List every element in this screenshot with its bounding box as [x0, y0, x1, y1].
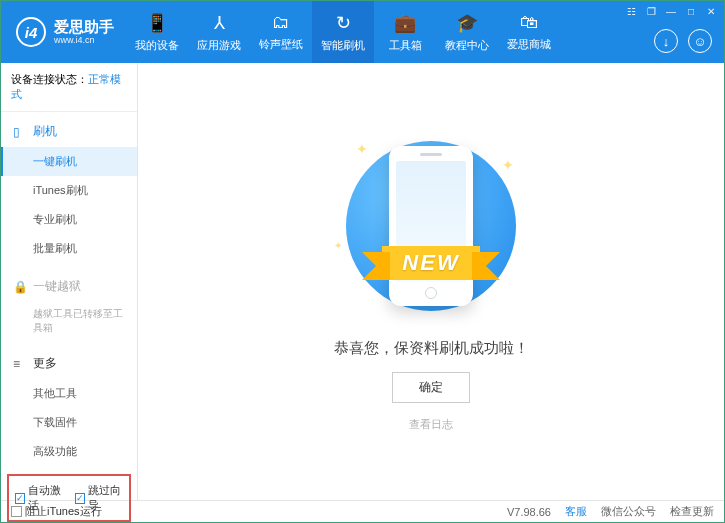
checkbox-icon: ✓ — [15, 493, 25, 504]
ribbon-text: NEW — [382, 246, 479, 280]
sidebar-header-flash[interactable]: ▯ 刷机 — [1, 116, 137, 147]
app-title: 爱思助手 — [54, 19, 114, 36]
block-itunes-checkbox[interactable]: ✓ 阻止iTunes运行 — [11, 504, 102, 519]
sidebar-item[interactable]: iTunes刷机 — [1, 176, 137, 205]
sidebar-item[interactable]: 高级功能 — [1, 437, 137, 466]
main-content: ✦ ✦ ✦ NEW 恭喜您，保资料刷机成功啦！ 确定 查看日志 — [138, 63, 724, 500]
nav-item[interactable]: 🎓教程中心 — [436, 1, 498, 63]
nav-icon: ↻ — [336, 12, 351, 34]
sidebar-item[interactable]: 一键刷机 — [1, 147, 137, 176]
menu-icon: ≡ — [13, 357, 27, 371]
sidebar-header-more[interactable]: ≡ 更多 — [1, 348, 137, 379]
success-illustration: ✦ ✦ ✦ NEW — [326, 131, 536, 321]
maximize-button[interactable]: □ — [684, 5, 698, 17]
update-link[interactable]: 检查更新 — [670, 504, 714, 519]
download-button[interactable]: ↓ — [654, 29, 678, 53]
nav-item[interactable]: 🛍爱思商城 — [498, 1, 560, 63]
nav-label: 爱思商城 — [507, 37, 551, 52]
sidebar-header-jailbreak[interactable]: 🔒 一键越狱 — [1, 271, 137, 302]
nav-icon: 🎓 — [456, 12, 478, 34]
main-nav: 📱我的设备⅄应用游戏🗂铃声壁纸↻智能刷机💼工具箱🎓教程中心🛍爱思商城 — [126, 1, 560, 63]
nav-icon: 🗂 — [272, 12, 290, 33]
minimize-button[interactable]: — — [664, 5, 678, 17]
sidebar-item[interactable]: 批量刷机 — [1, 234, 137, 263]
skin-button[interactable]: ☷ — [624, 5, 638, 17]
lock-icon: 🔒 — [13, 280, 27, 294]
nav-item[interactable]: ↻智能刷机 — [312, 1, 374, 63]
logo-area: i4 爱思助手 www.i4.cn — [1, 17, 126, 47]
sidebar: 设备连接状态：正常模式 ▯ 刷机 一键刷机iTunes刷机专业刷机批量刷机 🔒 … — [1, 63, 138, 500]
checkbox-icon: ✓ — [75, 493, 85, 504]
nav-label: 我的设备 — [135, 38, 179, 53]
nav-item[interactable]: 🗂铃声壁纸 — [250, 1, 312, 63]
app-url: www.i4.cn — [54, 35, 114, 45]
sidebar-item[interactable]: 下载固件 — [1, 408, 137, 437]
logo-icon: i4 — [16, 17, 46, 47]
nav-icon: 💼 — [394, 12, 416, 34]
version-label: V7.98.66 — [507, 506, 551, 518]
sidebar-item[interactable]: 其他工具 — [1, 379, 137, 408]
view-log-link[interactable]: 查看日志 — [409, 417, 453, 432]
nav-item[interactable]: 📱我的设备 — [126, 1, 188, 63]
phone-icon: ▯ — [13, 125, 27, 139]
nav-label: 应用游戏 — [197, 38, 241, 53]
nav-label: 教程中心 — [445, 38, 489, 53]
jailbreak-note: 越狱工具已转移至工具箱 — [1, 302, 137, 340]
sidebar-header-label: 刷机 — [33, 123, 57, 140]
nav-icon: ⅄ — [214, 12, 225, 34]
close-button[interactable]: ✕ — [704, 5, 718, 17]
nav-icon: 🛍 — [520, 12, 538, 33]
nav-label: 铃声壁纸 — [259, 37, 303, 52]
ok-button[interactable]: 确定 — [392, 372, 470, 403]
sidebar-item[interactable]: 专业刷机 — [1, 205, 137, 234]
wechat-link[interactable]: 微信公众号 — [601, 504, 656, 519]
checkbox-icon: ✓ — [11, 506, 22, 517]
connection-status: 设备连接状态：正常模式 — [1, 63, 137, 112]
app-header: i4 爱思助手 www.i4.cn 📱我的设备⅄应用游戏🗂铃声壁纸↻智能刷机💼工… — [1, 1, 724, 63]
sidebar-header-label: 更多 — [33, 355, 57, 372]
restore-button[interactable]: ❐ — [644, 5, 658, 17]
success-message: 恭喜您，保资料刷机成功啦！ — [334, 339, 529, 358]
nav-label: 智能刷机 — [321, 38, 365, 53]
user-button[interactable]: ☺ — [688, 29, 712, 53]
sidebar-header-label: 一键越狱 — [33, 278, 81, 295]
nav-item[interactable]: 💼工具箱 — [374, 1, 436, 63]
nav-item[interactable]: ⅄应用游戏 — [188, 1, 250, 63]
service-link[interactable]: 客服 — [565, 504, 587, 519]
nav-label: 工具箱 — [389, 38, 422, 53]
window-controls: ☷ ❐ — □ ✕ — [624, 5, 718, 17]
nav-icon: 📱 — [146, 12, 168, 34]
